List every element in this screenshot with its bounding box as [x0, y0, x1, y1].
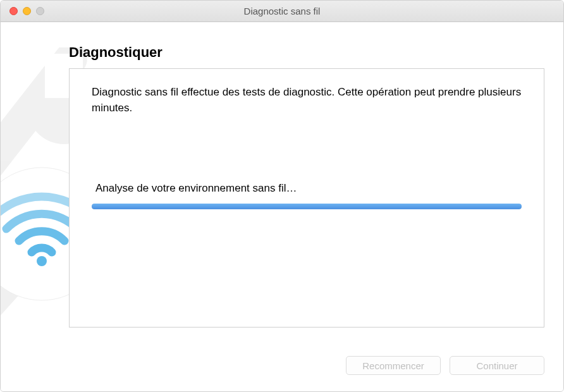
traffic-lights [1, 7, 44, 15]
progress-bar [92, 204, 522, 209]
svg-point-6 [37, 256, 47, 266]
continue-button[interactable]: Continuer [450, 356, 544, 375]
button-row: Recommencer Continuer [346, 356, 544, 375]
status-text: Analyse de votre environnement sans fil… [95, 182, 522, 195]
description-text: Diagnostic sans fil effectue des tests d… [92, 85, 522, 116]
window: Diagnostic sans fil Diagnostiquer [0, 0, 564, 392]
minimize-button[interactable] [23, 7, 31, 15]
window-title: Diagnostic sans fil [1, 6, 563, 16]
zoom-button [36, 7, 44, 15]
page-title: Diagnostiquer [69, 44, 544, 61]
close-button[interactable] [9, 7, 18, 15]
window-body: Diagnostiquer Diagnostic sans fil effect… [1, 22, 563, 391]
panel: Diagnostic sans fil effectue des tests d… [69, 68, 544, 328]
content-area: Diagnostiquer Diagnostic sans fil effect… [69, 44, 544, 341]
progress-fill [92, 204, 522, 209]
restart-button[interactable]: Recommencer [346, 356, 441, 375]
titlebar: Diagnostic sans fil [1, 1, 563, 22]
